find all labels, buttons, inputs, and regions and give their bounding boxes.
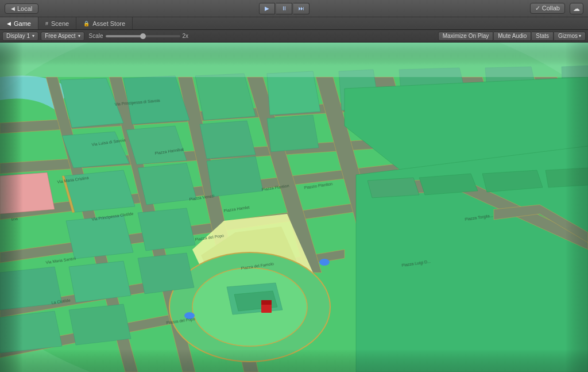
cloud-button[interactable]: ☁ [570, 3, 583, 14]
svg-rect-61 [565, 43, 588, 372]
stats-button[interactable]: Stats [532, 32, 554, 41]
scale-value: 2x [183, 33, 189, 39]
game-viewport[interactable]: Via Luisa di Savoia Via Maria Cristina V… [0, 43, 588, 372]
collab-button[interactable]: ✓ Collab [530, 3, 565, 14]
svg-marker-56 [138, 253, 194, 294]
tab-game[interactable]: ◀ Game [0, 17, 38, 29]
tab-asset-store-label: Asset Store [92, 20, 125, 27]
svg-marker-37 [66, 215, 133, 259]
map-canvas: Via Luisa di Savoia Via Maria Cristina V… [0, 43, 588, 372]
top-bar: Local ▶ ⏸ ⏭ ✓ Collab ☁ [0, 0, 588, 17]
svg-marker-27 [200, 121, 256, 159]
game-tab-icon: ◀ [7, 21, 11, 26]
playback-controls: ▶ ⏸ ⏭ [259, 3, 310, 14]
svg-marker-50 [368, 178, 419, 198]
svg-marker-30 [64, 170, 135, 212]
tab-asset-store[interactable]: 🔒 Asset Store [76, 17, 133, 29]
display-dropdown[interactable]: Display 1 [2, 32, 38, 41]
scale-slider[interactable] [106, 35, 180, 37]
svg-rect-60 [0, 43, 23, 372]
aspect-dropdown[interactable]: Free Aspect [41, 32, 84, 41]
view-toolbar: Display 1 Free Aspect Scale 2x Maximize … [0, 30, 588, 43]
scale-section: Scale 2x [89, 33, 189, 39]
local-button[interactable]: Local [5, 3, 38, 14]
svg-rect-44 [261, 300, 272, 305]
map-svg: Via Luisa di Savoia Via Maria Cristina V… [0, 43, 588, 372]
svg-marker-38 [138, 208, 195, 251]
svg-marker-54 [69, 261, 131, 302]
svg-point-45 [319, 259, 330, 266]
mute-audio-button[interactable]: Mute Audio [494, 32, 531, 41]
step-button[interactable]: ⏭ [293, 3, 310, 14]
tab-scene[interactable]: # Scene [38, 17, 76, 29]
scene-tab-icon: # [45, 21, 48, 26]
svg-marker-20 [267, 71, 320, 115]
asset-store-tab-icon: 🔒 [83, 21, 90, 26]
tab-game-label: Game [14, 20, 31, 27]
svg-marker-33 [138, 163, 196, 205]
svg-rect-63 [0, 349, 588, 372]
scale-thumb[interactable] [140, 33, 146, 39]
play-button[interactable]: ▶ [259, 3, 275, 14]
svg-marker-28 [267, 115, 319, 152]
tab-bar: ◀ Game # Scene 🔒 Asset Store [0, 17, 588, 30]
gizmos-button[interactable]: Gizmos [554, 32, 586, 41]
pause-button[interactable]: ⏸ [276, 3, 292, 14]
maximize-on-play-button[interactable]: Maximize On Play [438, 32, 494, 41]
tab-scene-label: Scene [51, 20, 69, 27]
svg-marker-34 [207, 156, 263, 197]
svg-rect-62 [0, 43, 588, 66]
scale-label: Scale [89, 33, 103, 39]
toolbar-right-buttons: Maximize On Play Mute Audio Stats Gizmos [438, 32, 586, 41]
tab-spacer [133, 17, 588, 29]
svg-marker-57 [69, 304, 131, 345]
